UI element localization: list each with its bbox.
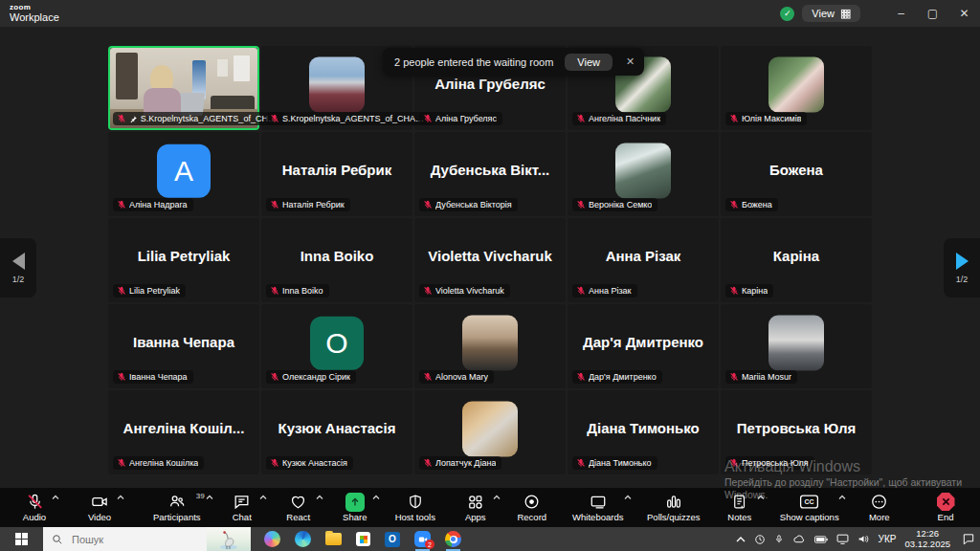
mic-tray-icon[interactable] [774,533,784,545]
participant-tile[interactable]: Вероніка Семко [568,132,719,216]
meeting-toolbar: Audio Video Participants 39 Chat [0,488,980,527]
taskbar-clock[interactable]: 12:26 03.12.2025 [904,529,950,549]
chat-button[interactable]: Chat [221,488,263,527]
video-button[interactable]: Video [78,488,121,527]
apps-button[interactable]: Apps [455,488,497,527]
taskbar-app-zoom[interactable]: 2 [414,527,431,551]
whiteboards-button[interactable]: Whiteboards [568,488,629,527]
security-shield-icon[interactable]: ✓ [780,7,794,21]
notes-button[interactable]: Notes [719,488,761,527]
participant-display-name: Кузюк Анастасія [265,390,409,465]
view-button[interactable]: View [802,5,860,22]
language-indicator[interactable]: УКР [879,534,897,544]
record-button[interactable]: Record [511,488,553,527]
mic-muted-icon [117,372,126,382]
search-highlight-image[interactable] [207,527,251,551]
participant-tile[interactable]: AАліна Надрага [108,132,259,216]
search-input[interactable] [70,533,169,546]
hidden-icons-chevron[interactable] [736,536,746,543]
mic-muted-icon [576,200,586,209]
participant-tile[interactable]: Кузюк АнастасіяКузюк Анастасія [261,390,412,474]
file-explorer-icon [325,533,342,545]
participant-tile[interactable]: Inna BoikoInna Boiko [261,218,412,302]
chevron-up-icon[interactable] [259,495,267,500]
participant-tile[interactable]: КарінаКаріна [721,218,872,302]
camera-icon [90,493,109,511]
participant-tile[interactable]: Анна РізакАнна Різак [568,218,719,302]
participant-tile[interactable]: Alonova Mary [414,304,566,388]
taskbar-app-outlook[interactable]: O [385,527,400,551]
participants-button[interactable]: Participants 39 [147,488,207,527]
taskbar-app-store[interactable] [356,527,370,551]
captions-button[interactable]: CC Show captions [775,488,844,527]
participant-tile[interactable]: Наталія РебрикНаталія Ребрик [261,132,412,216]
chevron-up-icon[interactable] [757,495,765,500]
taskbar-app-explorer[interactable] [325,527,342,551]
clock-tray-icon[interactable] [754,534,766,545]
chevron-up-icon[interactable] [117,495,124,500]
chevron-up-icon[interactable] [372,495,380,500]
participant-tile[interactable]: Lilia PetryliakLilia Petryliak [108,218,259,302]
taskbar-app-chrome[interactable] [445,527,461,551]
polls-button[interactable]: Polls/quizzes [643,488,704,527]
share-button[interactable]: Share [334,488,376,527]
participant-tile[interactable]: Лопатчук Діана [414,390,566,474]
mic-muted-icon [576,286,586,296]
captions-icon: CC [799,493,819,511]
participant-name-label: Анна Різак [572,284,637,298]
participant-tile[interactable]: Юлія Максимів [721,46,872,130]
participant-tile[interactable]: Violetta VivcharukVioletta Vivcharuk [414,218,566,302]
avatar-photo [309,57,365,113]
action-center-icon[interactable] [962,533,975,545]
zoom-workplace-logo: zoom Workplace [10,4,59,23]
more-button[interactable]: More [858,488,901,527]
participant-tile[interactable]: Mariia Mosur [721,304,872,388]
chevron-up-icon[interactable] [624,495,632,500]
chevron-up-icon[interactable] [493,495,501,500]
participant-tile[interactable]: Петровська ЮляПетровська Юля [721,390,872,474]
participant-tile[interactable]: Дубенська Вікт...Дубенська Вікторія [414,132,566,216]
display-tray-icon[interactable] [836,534,849,544]
participant-display-name: Іванна Чепара [112,304,256,379]
battery-icon[interactable] [814,535,828,544]
next-page-button[interactable]: 1/2 [944,238,980,298]
previous-page-button[interactable]: 1/2 [0,238,36,298]
maximize-button[interactable]: ▢ [917,0,948,27]
onedrive-tray-icon[interactable] [792,534,806,544]
participant-tile[interactable]: Ангеліна Кошіл...Ангеліна Кошілка [108,390,259,474]
minimize-button[interactable]: – [885,0,917,27]
participant-name-label: Аліна Грубеляс [419,112,502,125]
participant-tile[interactable]: БоженаБожена [721,132,872,216]
end-meeting-button[interactable]: End [924,488,967,527]
waiting-room-banner: 2 people entered the waiting room View ✕ [383,48,644,76]
participant-display-name: Божена [724,132,868,207]
taskbar-search[interactable] [43,527,251,551]
banner-close-icon[interactable]: ✕ [626,55,635,68]
host-tools-button[interactable]: Host tools [390,488,440,527]
start-button[interactable] [0,527,43,551]
participant-tile[interactable]: S.Kropelnytska_AGENTS_of_CHA... [108,46,259,130]
participant-tile[interactable]: OОлександр Сірик [261,304,412,388]
chevron-up-icon[interactable] [206,495,213,500]
participant-tile[interactable]: Діана ТимонькоДіана Тимонько [568,390,719,474]
audio-button[interactable]: Audio [13,488,56,527]
participant-tile[interactable]: Іванна ЧепараІванна Чепара [108,304,259,388]
chevron-up-icon[interactable] [838,495,846,500]
chevron-right-icon [956,253,969,270]
volume-icon[interactable] [858,534,870,544]
close-button[interactable]: ✕ [948,0,980,27]
participant-tile[interactable]: Дар'я ДмитренкоДар'я Дмитренко [568,304,719,388]
chevron-up-icon[interactable] [316,495,323,500]
chevron-up-icon[interactable] [52,495,59,500]
react-button[interactable]: React [278,488,320,527]
waiting-room-view-button[interactable]: View [565,54,612,71]
mic-muted-icon [270,458,279,468]
microsoft-store-icon [356,532,370,546]
time-label: 12:26 [904,529,950,540]
participant-name-label: Вероніка Семко [572,198,657,211]
participant-display-name: Анна Різак [571,218,715,293]
participant-display-name: Каріна [724,218,868,293]
taskbar-app-copilot[interactable] [264,527,280,551]
taskbar-app-edge[interactable] [295,527,311,551]
participant-display-name: Дар'я Дмитренко [571,304,715,379]
